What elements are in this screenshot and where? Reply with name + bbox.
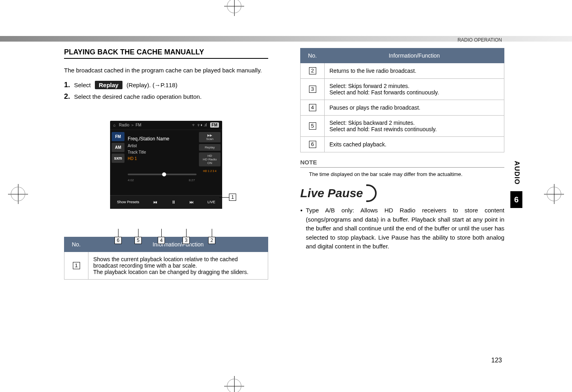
table-row-4: 4 Pauses or plays the radio broadcast. (301, 100, 504, 116)
leader-1 (219, 197, 229, 198)
th-info: Information/Function (325, 48, 504, 63)
hd-label: HD 1 (128, 156, 169, 162)
table-row-3: 3 Select: Skips forward 2 minutes. Selec… (301, 79, 504, 100)
crop-mark-top (224, 0, 244, 16)
time-end: 8:27 (189, 178, 195, 182)
live-pause-arc-icon (366, 184, 377, 202)
table-header-row: No. Information/Function (64, 237, 268, 252)
step-1-number: 1. (64, 81, 70, 89)
row3-line1: Select: Skips forward 2 minutes. (329, 83, 499, 89)
table-header-row: No. Information/Function (301, 48, 504, 63)
page-content: PLAYING BACK THE CACHE MANUALLY The broa… (64, 48, 504, 280)
step-2-number: 2. (64, 92, 70, 101)
left-table: No. Information/Function 1 Shows the cur… (64, 237, 268, 280)
intro-text: The broadcast cached in the program cach… (64, 66, 268, 75)
row3-line2: Select and hold: Fast forwards continuou… (329, 89, 499, 96)
band-am: AM (112, 143, 124, 152)
note-title: NOTE (300, 159, 504, 168)
live-pause-logo: Live Pause (300, 184, 504, 202)
leader-2 (212, 229, 212, 237)
crop-mark-left (8, 184, 28, 204)
row5-line1: Select: Skips backward 2 minutes. (329, 120, 499, 126)
table-row-2: 2 Returns to the live radio broadcast. (301, 63, 504, 79)
table-row-6: 6 Exits cached playback. (301, 137, 504, 152)
table-row-1: 1 Shows the current playback location re… (64, 252, 268, 279)
crop-mark-bottom (224, 376, 244, 392)
th-no: No. (64, 237, 88, 252)
step-1: 1. Select Replay (Replay). (→P.118) (64, 81, 268, 89)
step-2: 2. Select the desired cache radio operat… (64, 92, 268, 101)
rownum-6: 6 (309, 141, 316, 148)
band-fm: FM (112, 132, 124, 141)
screenshot-wrapper: ⌂ Radio ＞ FM ᯤ ⚲ ▮ .ıl FM FM AM sxm Freq… (64, 121, 268, 209)
rownum-4: 4 (309, 104, 316, 111)
leader-5 (138, 229, 138, 237)
crop-mark-right (544, 184, 564, 204)
replay-button-graphic: Replay (95, 81, 122, 89)
playback-controls: Show Presets ⏮ ⏸ ⏭ LIVE (110, 195, 222, 209)
step-1-prefix: Select (74, 82, 91, 88)
hdradio-button: HDHD Radio ON (199, 152, 221, 166)
callout-2: 2 (208, 237, 215, 244)
row2-text: Returns to the live radio broadcast. (325, 63, 504, 79)
home-icon: ⌂ (113, 123, 116, 127)
timebar-knob (162, 172, 166, 176)
section-title: PLAYING BACK THE CACHE MANUALLY (64, 48, 268, 59)
th-no: No. (301, 48, 325, 63)
callout-4: 4 (158, 237, 165, 244)
callout-6: 6 (114, 237, 122, 244)
band-sxm: sxm (112, 154, 124, 163)
side-tab-chapter: 6 (510, 191, 522, 208)
step-2-text: Select the desired cache radio operation… (74, 93, 202, 100)
leader-3 (186, 229, 187, 237)
pause-button: ⏸ (169, 198, 178, 206)
note-text: The time displayed on the bar scale may … (300, 171, 504, 178)
bullet-text: Type A/B only: Allows HD Radio receivers… (300, 206, 504, 251)
top-fm-badge: FM (210, 122, 219, 128)
track-label: Track Title (128, 149, 169, 156)
callout-5: 5 (134, 237, 142, 244)
breadcrumb: Radio ＞ FM (119, 122, 141, 128)
bullet-body: Type A/B only: Allows HD Radio receivers… (306, 206, 504, 251)
rownum-1: 1 (73, 262, 80, 269)
page-number: 123 (491, 357, 502, 364)
right-column: No. Information/Function 2 Returns to th… (300, 48, 504, 280)
prev-button: ⏮ (151, 198, 160, 206)
live-pause-text: Live Pause (300, 186, 366, 200)
status-icons: ᯤ ⚲ ▮ .ıl (192, 123, 207, 127)
screenshot-topbar: ⌂ Radio ＞ FM ᯤ ⚲ ▮ .ıl FM (110, 121, 222, 130)
step-1-suffix: (Replay). (→P.118) (126, 82, 177, 88)
callout-3: 3 (183, 237, 190, 244)
artist-label: Artist (128, 143, 169, 149)
right-table: No. Information/Function 2 Returns to th… (300, 48, 504, 152)
table-row-5: 5 Select: Skips backward 2 minutes. Sele… (301, 116, 504, 137)
scan-button: ▶▶Scan (199, 132, 221, 142)
rownum-3: 3 (309, 86, 316, 93)
row6-text: Exits cached playback. (325, 137, 504, 152)
header-section-label: RADIO OPERATION (458, 37, 502, 43)
replay-side-button: Replay (199, 144, 221, 151)
side-tab-label: AUDIO (513, 161, 521, 185)
left-column: PLAYING BACK THE CACHE MANUALLY The broa… (64, 48, 268, 280)
row4-text: Pauses or plays the radio broadcast. (325, 100, 504, 116)
rownum-2: 2 (309, 67, 316, 74)
right-buttons: ▶▶Scan Replay HDHD Radio ON HD 1 2 3 4 (199, 132, 221, 174)
station-info: Freq./Station Name Artist Track Title HD… (128, 135, 169, 162)
hd-list: HD 1 2 3 4 (199, 168, 221, 174)
live-button: LIVE (205, 198, 218, 206)
station-name: Freq./Station Name (128, 135, 169, 143)
leader-6 (118, 229, 118, 237)
band-list: FM AM sxm (112, 132, 124, 163)
timebar (128, 174, 197, 175)
radio-screenshot: ⌂ Radio ＞ FM ᯤ ⚲ ▮ .ıl FM FM AM sxm Freq… (110, 121, 222, 209)
rownum-5: 5 (309, 122, 316, 130)
next-button: ⏭ (187, 198, 196, 206)
time-start: 4:02 (128, 178, 134, 182)
callout-1: 1 (229, 194, 236, 201)
leader-4 (161, 229, 162, 237)
show-presets-button: Show Presets (114, 198, 142, 206)
row5-line2: Select and hold: Fast rewinds continuous… (329, 126, 499, 132)
row1-text: Shows the current playback location rela… (88, 252, 268, 279)
